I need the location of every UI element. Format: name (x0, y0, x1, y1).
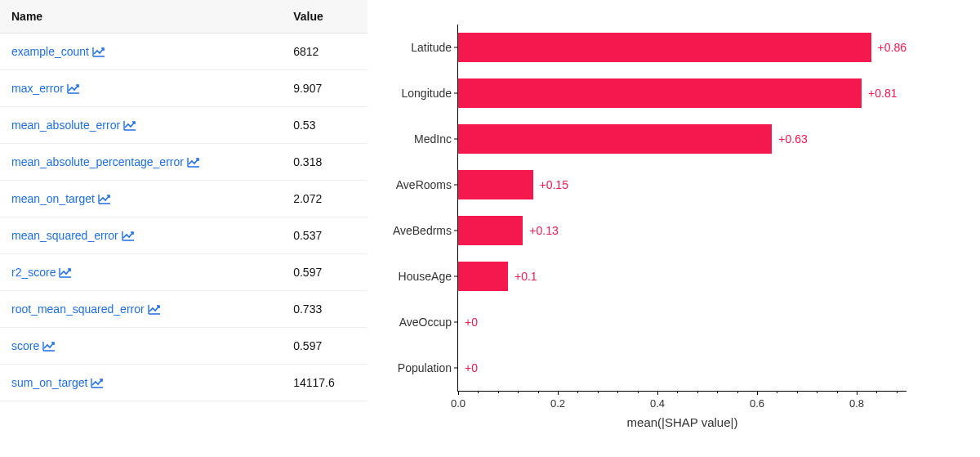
metric-link[interactable]: max_error (11, 82, 80, 95)
metric-name-text: mean_on_target (11, 192, 95, 205)
bar (458, 78, 862, 108)
x-minor-tick (777, 391, 777, 393)
metric-name-text: mean_absolute_error (11, 119, 120, 132)
x-minor-tick (717, 391, 718, 393)
shap-bar-chart: mean(|SHAP value|) 0.00.20.40.60.8 Latit… (376, 8, 964, 441)
x-minor-tick (817, 391, 817, 393)
y-tick-label: Longitude (401, 87, 458, 100)
metric-value: 0.537 (282, 217, 368, 254)
line-chart-icon[interactable] (67, 83, 80, 94)
metric-link[interactable]: mean_absolute_error (11, 119, 136, 132)
metric-link[interactable]: mean_absolute_percentage_error (11, 155, 200, 168)
metric-link[interactable]: example_count (11, 45, 105, 58)
metric-value: 0.597 (282, 328, 368, 365)
table-row: mean_on_target2.072 (0, 181, 368, 217)
bar-value-label: +0.63 (778, 132, 807, 146)
x-minor-tick (518, 391, 519, 393)
metrics-panel: Name Value example_count6812max_error9.9… (0, 0, 368, 457)
bar-row: +0.81 (458, 78, 906, 108)
metric-value: 0.597 (282, 254, 368, 291)
x-tick-label: 0.8 (849, 397, 864, 410)
table-row: score0.597 (0, 328, 368, 365)
metric-link[interactable]: mean_squared_error (11, 229, 135, 242)
x-tick (558, 391, 559, 395)
y-tick-label: HouseAge (399, 270, 458, 283)
y-tick-label: Population (398, 361, 458, 374)
metric-link[interactable]: root_mean_squared_error (11, 302, 161, 316)
bar-row: +0 (458, 307, 906, 337)
x-tick (458, 391, 459, 395)
metric-link[interactable]: r2_score (11, 266, 72, 279)
bar-row: +0 (458, 353, 906, 383)
line-chart-icon[interactable] (122, 231, 135, 241)
bar (458, 216, 523, 245)
bar-value-label: +0.86 (878, 41, 906, 54)
col-header-name[interactable]: Name (0, 0, 282, 34)
line-chart-icon[interactable] (91, 378, 104, 388)
metric-link[interactable]: sum_on_target (11, 376, 104, 389)
x-tick (657, 391, 658, 395)
bar-value-label: +0.15 (540, 178, 568, 191)
metric-link[interactable]: mean_on_target (11, 192, 111, 205)
plot-area: mean(|SHAP value|) 0.00.20.40.60.8 Latit… (457, 25, 906, 392)
y-tick-label: AveBedrms (393, 224, 458, 237)
bar-row: +0.13 (458, 216, 906, 245)
x-tick-label: 0.4 (650, 397, 665, 410)
bar-row: +0.1 (458, 262, 906, 291)
metric-name-text: sum_on_target (11, 376, 87, 389)
x-minor-tick (837, 391, 838, 393)
line-chart-icon[interactable] (148, 304, 161, 315)
shap-chart-panel: mean(|SHAP value|) 0.00.20.40.60.8 Latit… (368, 0, 980, 457)
bar-row: +0.63 (458, 124, 906, 154)
bar-value-label: +0.81 (868, 87, 897, 100)
x-minor-tick (638, 391, 639, 393)
bar-value-label: +0.1 (514, 270, 537, 283)
line-chart-icon[interactable] (42, 341, 56, 352)
metric-value: 14117.6 (282, 365, 368, 401)
bar-row: +0.15 (458, 170, 906, 199)
x-axis-label: mean(|SHAP value|) (627, 415, 738, 429)
bar-row: +0.86 (458, 33, 906, 62)
x-minor-tick (478, 391, 479, 393)
table-row: mean_absolute_percentage_error0.318 (0, 144, 368, 181)
table-row: r2_score0.597 (0, 254, 368, 291)
line-chart-icon[interactable] (123, 120, 136, 131)
bar (458, 262, 508, 291)
line-chart-icon[interactable] (187, 157, 200, 168)
x-minor-tick (617, 391, 618, 393)
bar-value-label: +0 (465, 316, 478, 329)
bar (458, 170, 533, 199)
x-minor-tick (797, 391, 798, 393)
x-tick (857, 391, 858, 395)
x-minor-tick (598, 391, 599, 393)
metric-name-text: mean_absolute_percentage_error (11, 155, 184, 168)
metric-name-text: score (11, 339, 39, 352)
x-minor-tick (737, 391, 738, 393)
table-row: sum_on_target14117.6 (0, 365, 368, 401)
metric-value: 6812 (282, 34, 368, 70)
x-minor-tick (577, 391, 578, 393)
bar (458, 124, 772, 154)
metric-link[interactable]: score (11, 339, 56, 352)
metric-name-text: root_mean_squared_error (11, 302, 145, 316)
line-chart-icon[interactable] (92, 47, 105, 57)
metric-value: 2.072 (282, 181, 368, 217)
x-minor-tick (876, 391, 877, 393)
line-chart-icon[interactable] (98, 194, 111, 204)
col-header-value[interactable]: Value (282, 0, 368, 34)
metric-value: 0.53 (282, 107, 368, 144)
x-tick-label: 0.2 (550, 397, 565, 410)
y-tick-label: AveRooms (396, 178, 458, 191)
x-minor-tick (677, 391, 678, 393)
metric-value: 0.733 (282, 291, 368, 328)
line-chart-icon[interactable] (59, 267, 72, 278)
y-tick-label: Latitude (411, 41, 458, 54)
table-row: max_error9.907 (0, 70, 368, 107)
y-tick-label: AveOccup (399, 316, 458, 329)
bar-value-label: +0 (465, 361, 478, 374)
table-row: mean_absolute_error0.53 (0, 107, 368, 144)
table-row: example_count6812 (0, 34, 368, 70)
metrics-table: Name Value example_count6812max_error9.9… (0, 0, 368, 401)
metric-name-text: example_count (11, 45, 89, 58)
table-row: root_mean_squared_error0.733 (0, 291, 368, 328)
